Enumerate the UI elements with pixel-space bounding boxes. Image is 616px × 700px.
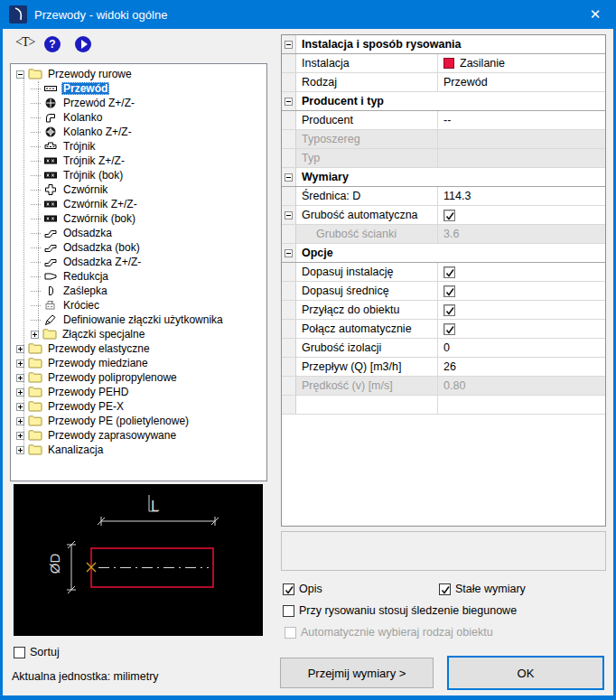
checkbox-box[interactable] bbox=[283, 583, 294, 595]
tree-item-label[interactable]: Czwórnik (bok) bbox=[61, 212, 137, 225]
tree-expand-plus-icon[interactable] bbox=[16, 432, 24, 440]
tree-item[interactable]: Króciec bbox=[11, 298, 101, 313]
option-checkbox[interactable]: Opis bbox=[283, 583, 322, 595]
tree-item[interactable]: Przewody PEHD bbox=[11, 385, 130, 399]
tree-item[interactable]: Przewody polipropylenowe bbox=[11, 370, 179, 385]
tree-item[interactable]: Odsadzka (bok) bbox=[11, 240, 142, 255]
property-value[interactable] bbox=[438, 396, 605, 414]
property-value[interactable]: -- bbox=[438, 111, 605, 129]
tree-item-label[interactable]: Odsadzka bbox=[61, 227, 114, 239]
property-value[interactable] bbox=[438, 301, 605, 319]
sort-checkbox-box[interactable] bbox=[14, 647, 25, 658]
text-style-button[interactable]: <T> bbox=[15, 35, 34, 50]
tree-item[interactable]: Definiowanie złączki użytkownika bbox=[11, 313, 225, 327]
tree-expand-plus-icon[interactable] bbox=[16, 345, 24, 353]
tree-item-label[interactable]: Kolanko Z+/Z- bbox=[61, 126, 134, 138]
property-value[interactable] bbox=[438, 320, 605, 338]
tree-expand-plus-icon[interactable] bbox=[16, 388, 24, 397]
tree-item[interactable]: Czwórnik Z+/Z- bbox=[11, 197, 139, 211]
tree-item-label[interactable]: Przewody zaprasowywane bbox=[46, 429, 178, 442]
checkbox[interactable] bbox=[443, 304, 455, 316]
tree-item-label[interactable]: Przewód Z+/Z- bbox=[61, 97, 136, 109]
tree-item[interactable]: Przewody PE (polietylenowe) bbox=[11, 414, 191, 428]
tree-item[interactable]: Przewody PE-X bbox=[11, 399, 126, 414]
tree-item[interactable]: Zaślepka bbox=[11, 284, 109, 298]
property-value[interactable]: 114.3 bbox=[438, 187, 605, 205]
tree-item-label[interactable]: Przewód bbox=[61, 82, 109, 95]
tree-item-label[interactable]: Definiowanie złączki użytkownika bbox=[61, 313, 225, 326]
section-collapse-minus-icon[interactable] bbox=[285, 41, 293, 49]
checkbox-box[interactable] bbox=[439, 583, 451, 595]
tree-item-label[interactable]: Kanalizacja bbox=[46, 443, 105, 456]
tree-item-label[interactable]: Złączki specjalne bbox=[61, 328, 146, 341]
tree-item-label[interactable]: Odsadzka (bok) bbox=[61, 241, 142, 254]
tree-item[interactable]: Kolanko Z+/Z- bbox=[11, 125, 134, 139]
tree-item-label[interactable]: Przewody polipropylenowe bbox=[46, 371, 179, 384]
tree-item[interactable]: Czwórnik (bok) bbox=[11, 211, 137, 226]
tree-item-label[interactable]: Redukcja bbox=[61, 270, 110, 283]
tree-item-label[interactable]: Kolanko bbox=[61, 111, 104, 124]
sort-checkbox[interactable]: Sortuj bbox=[14, 646, 60, 658]
tree-item[interactable]: Redukcja bbox=[11, 269, 110, 284]
tree-expand-plus-icon[interactable] bbox=[16, 359, 24, 368]
tree-item[interactable]: Czwórnik bbox=[11, 182, 109, 197]
tree-item-label[interactable]: Odsadzka Z+/Z- bbox=[61, 256, 143, 268]
play-icon[interactable] bbox=[75, 36, 91, 52]
checkbox-box[interactable] bbox=[283, 605, 294, 617]
tree-item-label[interactable]: Zaślepka bbox=[61, 285, 109, 297]
tree-expand-plus-icon[interactable] bbox=[16, 403, 24, 411]
property-value[interactable]: 26 bbox=[438, 358, 605, 376]
property-value[interactable]: Zasilanie bbox=[438, 54, 605, 72]
tree-item-label[interactable]: Przewody elastyczne bbox=[46, 342, 152, 355]
checkbox[interactable] bbox=[443, 323, 455, 335]
section-collapse-minus-icon[interactable] bbox=[285, 173, 293, 182]
tree-collapse-minus-icon[interactable] bbox=[16, 70, 24, 79]
tree-item[interactable]: Złączki specjalne bbox=[11, 327, 146, 341]
tree-item-label[interactable]: Trójnik bbox=[61, 140, 98, 153]
property-value[interactable]: Przewód bbox=[438, 73, 605, 91]
tree-item[interactable]: Przewody miedziane bbox=[11, 356, 150, 370]
tree-item-label[interactable]: Przewody PE (polietylenowe) bbox=[46, 415, 191, 427]
tree-item-label[interactable]: Przewody PE-X bbox=[46, 400, 126, 413]
tree-item-label[interactable]: Przewody miedziane bbox=[46, 357, 150, 369]
tree-item-label[interactable]: Trójnik Z+/Z- bbox=[61, 154, 126, 167]
tree-item[interactable]: Kolanko bbox=[11, 110, 104, 125]
tree-expand-plus-icon[interactable] bbox=[31, 331, 39, 339]
tree-item[interactable]: Przewody elastyczne bbox=[11, 341, 152, 356]
property-value[interactable] bbox=[438, 263, 605, 281]
tree-item-label[interactable]: Trójnik (bok) bbox=[61, 169, 125, 182]
section-collapse-minus-icon[interactable] bbox=[285, 98, 293, 106]
tree-item-label[interactable]: Czwórnik Z+/Z- bbox=[61, 198, 139, 210]
tree-item[interactable]: Przewód Z+/Z- bbox=[11, 96, 136, 110]
tree-item[interactable]: Odsadzka Z+/Z- bbox=[11, 255, 143, 269]
tree-expand-plus-icon[interactable] bbox=[16, 374, 24, 382]
property-value[interactable]: 0 bbox=[438, 339, 605, 357]
tree-item[interactable]: Trójnik bbox=[11, 139, 98, 154]
checkbox[interactable] bbox=[443, 210, 455, 221]
tree-expand-plus-icon[interactable] bbox=[16, 417, 24, 425]
tree-item[interactable]: Odsadzka bbox=[11, 226, 114, 240]
option-checkbox[interactable]: Przy rysowaniu stosuj śledzenie biegunow… bbox=[283, 604, 517, 617]
tree-item[interactable]: Trójnik (bok) bbox=[11, 168, 125, 182]
tree-item-label[interactable]: Przewody rurowe bbox=[46, 68, 134, 80]
tree-item[interactable]: Przewody zaprasowywane bbox=[11, 428, 178, 443]
property-value[interactable] bbox=[438, 206, 605, 224]
tree-item[interactable]: Kanalizacja bbox=[11, 443, 105, 457]
tree-item-label[interactable]: Króciec bbox=[61, 299, 101, 312]
help-icon[interactable]: ? bbox=[44, 36, 61, 52]
checkbox[interactable] bbox=[443, 266, 455, 278]
ok-button[interactable]: OK bbox=[447, 656, 604, 690]
tree-item-label[interactable]: Przewody PEHD bbox=[46, 386, 130, 398]
section-collapse-minus-icon[interactable] bbox=[285, 211, 293, 219]
tree-item[interactable]: Przewód bbox=[11, 81, 109, 96]
option-checkbox[interactable]: Stałe wymiary bbox=[439, 583, 526, 595]
tree-item[interactable]: Przewody rurowe bbox=[11, 67, 134, 81]
take-dimensions-button[interactable]: Przejmij wymiary > bbox=[280, 658, 434, 688]
property-value[interactable] bbox=[438, 282, 605, 300]
checkbox[interactable] bbox=[443, 285, 455, 297]
close-icon[interactable]: ✕ bbox=[574, 0, 616, 29]
section-collapse-minus-icon[interactable] bbox=[285, 249, 293, 257]
tree-item[interactable]: Trójnik Z+/Z- bbox=[11, 154, 126, 168]
tree-item-label[interactable]: Czwórnik bbox=[61, 183, 109, 196]
tree-expand-plus-icon[interactable] bbox=[16, 446, 24, 454]
